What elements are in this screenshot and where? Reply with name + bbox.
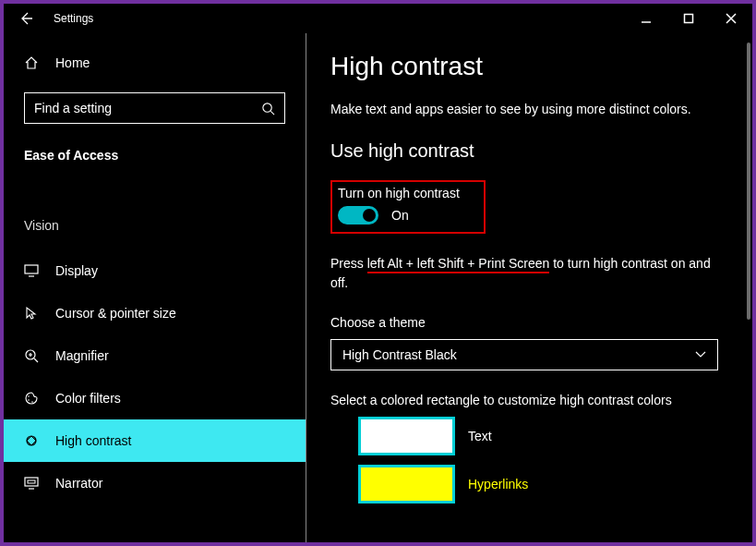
nav-item-label: Display [55,263,98,278]
svg-point-4 [28,395,30,397]
nav-list: Display Cursor & pointer size Magnifier … [4,249,306,504]
nav-item-narrator[interactable]: Narrator [4,462,306,504]
nav-item-label: Magnifier [55,348,109,363]
shortcut-hint: Press left Alt + left Shift + Print Scre… [330,254,725,293]
narrator-icon [24,477,39,490]
contrast-icon [24,433,39,448]
theme-value: High Contrast Black [342,347,457,362]
chevron-down-icon [695,351,706,358]
page-title: High contrast [330,52,725,81]
search-icon [261,102,275,115]
svg-point-6 [31,401,33,403]
back-arrow-icon [18,11,33,26]
nav-item-label: Color filters [55,391,121,406]
svg-point-7 [27,436,36,445]
svg-rect-8 [25,478,38,486]
svg-rect-9 [28,480,35,483]
toggle-knob [363,209,376,222]
toggle-label: Turn on high contrast [338,186,460,200]
nav-item-label: High contrast [55,433,131,448]
toggle-state: On [391,208,409,223]
theme-label: Choose a theme [330,315,725,330]
search-input[interactable] [34,101,261,115]
swatch-label: Hyperlinks [468,477,528,491]
minimize-icon [641,13,652,24]
nav-home[interactable]: Home [24,42,285,83]
section-title: Ease of Access [24,148,285,163]
swatch-text[interactable] [358,417,455,455]
swatch-intro: Select a colored rectangle to customize … [330,393,725,407]
highlight-box: Turn on high contrast On [330,180,486,234]
nav-item-magnifier[interactable]: Magnifier [4,334,306,377]
cursor-icon [24,306,39,321]
window-title: Settings [54,12,93,25]
swatch-label: Text [468,429,492,443]
palette-icon [24,391,39,406]
settings-window: Settings Home Ease of Access [4,4,752,542]
sidebar: Home Ease of Access Vision Display Curso… [4,33,306,542]
page-description: Make text and apps easier to see by usin… [330,102,725,116]
shortcut-keys: left Alt + left Shift + Print Screen [367,256,550,273]
svg-rect-2 [25,265,38,273]
swatch-hyperlinks[interactable] [358,465,455,504]
nav-item-label: Narrator [55,476,102,491]
nav-item-cursor[interactable]: Cursor & pointer size [4,292,306,334]
close-button[interactable] [710,4,752,33]
swatch-row-text: Text [330,417,725,455]
maximize-button[interactable] [667,4,710,33]
nav-item-display[interactable]: Display [4,249,306,292]
minimize-button[interactable] [625,4,667,33]
nav-item-color-filters[interactable]: Color filters [4,377,306,419]
main-panel: High contrast Make text and apps easier … [306,33,752,542]
svg-point-1 [263,103,271,111]
close-icon [726,13,737,24]
svg-point-5 [28,399,30,401]
display-icon [24,264,39,277]
theme-select[interactable]: High Contrast Black [330,339,718,370]
back-button[interactable] [4,4,48,33]
search-box[interactable] [24,92,285,124]
nav-item-high-contrast[interactable]: High contrast [4,419,306,462]
swatch-row-hyperlinks: Hyperlinks [330,465,725,504]
high-contrast-toggle[interactable] [338,206,378,224]
maximize-icon [683,13,694,24]
nav-group-vision: Vision [4,218,306,233]
section-heading: Use high contrast [330,140,725,162]
svg-rect-0 [685,15,693,23]
titlebar: Settings [4,4,752,33]
magnifier-icon [24,348,39,363]
home-icon [24,55,39,70]
nav-item-label: Cursor & pointer size [55,306,176,321]
nav-home-label: Home [55,55,90,70]
scrollbar[interactable] [747,42,750,320]
